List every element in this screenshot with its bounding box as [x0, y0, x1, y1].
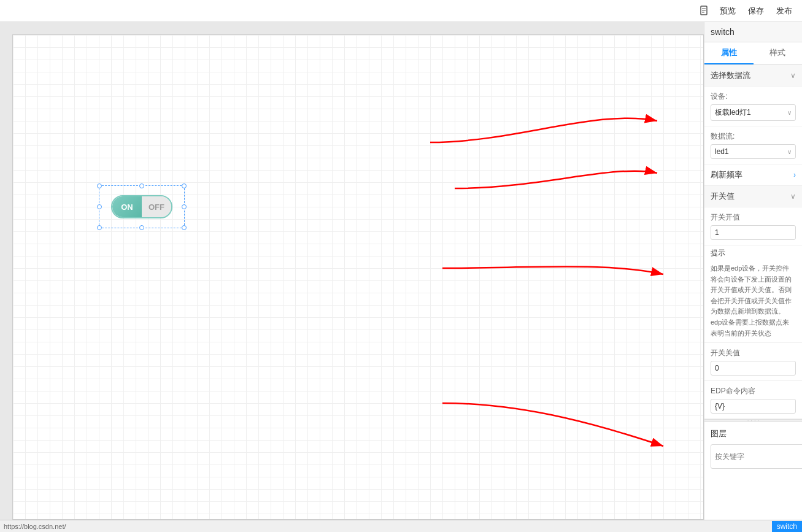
switch-off-value-group: 开关关值	[704, 343, 802, 381]
datastream-label: 数据流:	[711, 131, 796, 142]
edp-command-group: EDP命令内容	[704, 381, 802, 419]
switch-on-label[interactable]: ON	[112, 196, 142, 217]
handle-tm	[139, 183, 144, 188]
section-data-stream[interactable]: 选择数据流 ∨	[704, 65, 802, 87]
device-select[interactable]: 板载led灯1 ∨	[711, 104, 796, 121]
component-name: switch	[704, 22, 802, 42]
hint-label: 提示	[704, 245, 802, 260]
handle-bl	[97, 225, 102, 230]
section-switch-value-label: 开关值	[711, 191, 735, 202]
handle-tl	[97, 183, 102, 188]
chevron-down-icon: ∨	[790, 71, 796, 80]
datastream-select[interactable]: led1 ∨	[711, 144, 796, 159]
toggle-switch[interactable]: ON OFF	[111, 195, 172, 218]
tab-styles[interactable]: 样式	[754, 42, 803, 64]
section-refresh[interactable]: 刷新频率 ›	[704, 164, 802, 186]
popup-label: switch	[772, 521, 802, 532]
handle-tr	[182, 183, 187, 188]
switch-off-value-input[interactable]	[711, 361, 796, 376]
canvas-inner[interactable]: ON OFF	[12, 34, 704, 520]
edp-command-label: EDP命令内容	[711, 386, 796, 396]
edp-command-input[interactable]	[711, 399, 796, 414]
switch-off-label[interactable]: OFF	[142, 196, 171, 217]
switch-on-value-input[interactable]	[711, 225, 796, 240]
handle-mr	[182, 204, 187, 209]
search-row: 查找	[711, 444, 796, 469]
hint-text: 如果是edp设备，开关控件将会向设备下发上面设置的开关开值或开关关值。否则会把开…	[704, 260, 802, 343]
datastream-chevron-icon: ∨	[787, 148, 792, 155]
panel-tabs: 属性 样式	[704, 42, 802, 65]
device-chevron-icon: ∨	[787, 109, 792, 116]
handle-br	[182, 225, 187, 230]
section-data-stream-label: 选择数据流	[711, 70, 750, 81]
url-bar: https://blog.csdn.net/	[0, 520, 802, 532]
toolbar: 预览 保存 发布	[0, 0, 802, 22]
search-input[interactable]	[711, 444, 802, 469]
handle-ml	[97, 204, 102, 209]
document-icon	[699, 5, 711, 17]
layer-title: 图层	[711, 426, 796, 442]
canvas-area[interactable]: ON OFF	[0, 22, 704, 520]
datastream-field-group: 数据流: led1 ∨	[704, 126, 802, 164]
main-area: ON OFF	[0, 22, 802, 520]
datastream-value: led1	[715, 147, 729, 156]
panel-content: 选择数据流 ∨ 设备: 板载led灯1 ∨ 数据流: led1 ∨	[704, 65, 802, 520]
switch-on-value-label: 开关开值	[711, 212, 796, 223]
publish-button[interactable]: 发布	[773, 4, 796, 18]
layer-section: 图层 查找	[704, 422, 802, 472]
tab-properties[interactable]: 属性	[704, 42, 754, 64]
arrows-overlay	[13, 35, 703, 519]
refresh-label: 刷新频率	[711, 169, 742, 180]
device-label: 设备:	[711, 91, 796, 102]
switch-off-value-label: 开关关值	[711, 348, 796, 358]
switch-chevron-down-icon: ∨	[790, 192, 796, 201]
device-value: 板载led灯1	[715, 107, 751, 118]
device-field-group: 设备: 板载led灯1 ∨	[704, 87, 802, 126]
save-button[interactable]: 保存	[744, 4, 768, 18]
switch-on-value-group: 开关开值	[704, 207, 802, 245]
url-text: https://blog.csdn.net/	[4, 523, 66, 530]
section-switch-value[interactable]: 开关值 ∨	[704, 186, 802, 207]
switch-widget[interactable]: ON OFF	[99, 185, 185, 228]
right-arrow-icon: ›	[793, 171, 796, 179]
preview-button[interactable]: 预览	[716, 4, 739, 18]
right-panel: switch 属性 样式 选择数据流 ∨ 设备: 板载led灯1 ∨	[704, 22, 802, 520]
handle-bm	[139, 225, 144, 230]
